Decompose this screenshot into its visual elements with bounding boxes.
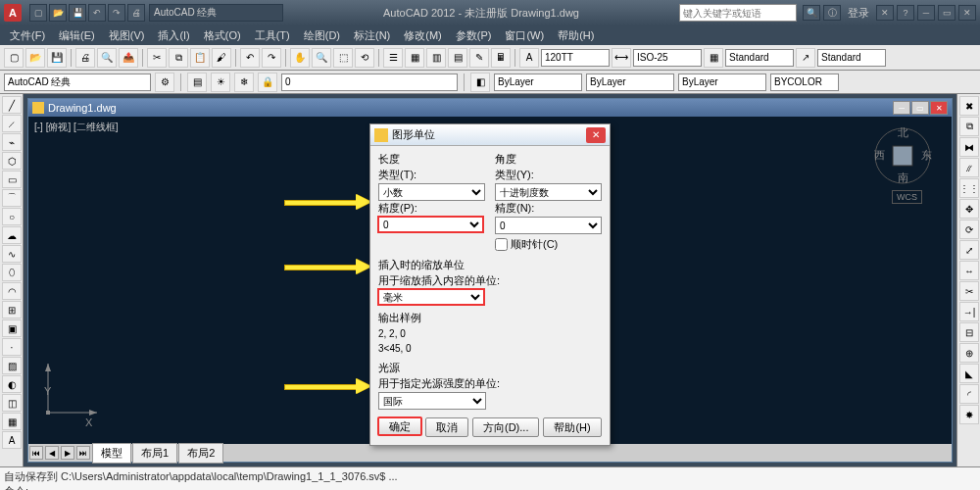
offset-icon[interactable]: ⫽	[959, 158, 979, 177]
search-icon[interactable]: 🔍	[803, 5, 820, 21]
block-icon[interactable]: ▣	[2, 319, 22, 337]
ws-settings-icon[interactable]: ⚙	[155, 73, 174, 92]
move-icon[interactable]: ✥	[959, 199, 979, 219]
save-icon[interactable]: 💾	[69, 4, 86, 22]
layer-states-icon[interactable]: ☀	[211, 73, 230, 92]
command-line[interactable]: 自动保存到 C:\Users\Administrator\appdata\loc…	[0, 466, 980, 490]
help-button[interactable]: 帮助(H)	[543, 417, 601, 437]
menu-window[interactable]: 窗口(W)	[499, 26, 550, 45]
dialog-close-button[interactable]: ✕	[586, 127, 606, 143]
dialog-titlebar[interactable]: 图形单位 ✕	[370, 124, 610, 146]
exchange-icon[interactable]: ✕	[876, 5, 894, 21]
menu-view[interactable]: 视图(V)	[103, 26, 151, 45]
menu-edit[interactable]: 编辑(E)	[53, 26, 101, 45]
redo-icon[interactable]: ↷	[108, 4, 125, 22]
ellipse-icon[interactable]: ⬯	[2, 264, 22, 281]
open-icon[interactable]: 📂	[49, 4, 67, 22]
viewport-label[interactable]: [-] [俯视] [二维线框]	[34, 121, 119, 134]
mleader-icon[interactable]: ↗	[796, 48, 815, 68]
rotate-icon[interactable]: ⟳	[959, 220, 979, 239]
tablestyle-combo[interactable]	[725, 49, 794, 67]
direction-button[interactable]: 方向(D)...	[472, 417, 539, 437]
spline-icon[interactable]: ∿	[2, 245, 22, 263]
menu-dimension[interactable]: 标注(N)	[348, 26, 396, 45]
tab-model[interactable]: 模型	[92, 443, 131, 464]
hatch-icon[interactable]: ▨	[2, 357, 22, 374]
preview-icon[interactable]: 🔍	[97, 48, 117, 68]
designcenter-icon[interactable]: ▦	[405, 48, 424, 68]
close-button[interactable]: ✕	[958, 5, 976, 21]
minimize-button[interactable]: ─	[917, 5, 935, 21]
layer-combo[interactable]	[281, 74, 458, 91]
workspace-combo[interactable]	[4, 74, 151, 91]
array-icon[interactable]: ⋮⋮	[959, 178, 979, 198]
light-unit-select[interactable]: 国际	[378, 392, 486, 410]
tab-layout2[interactable]: 布局2	[178, 443, 223, 464]
explode-icon[interactable]: ✸	[959, 405, 979, 424]
zoom-prev-icon[interactable]: ⟲	[355, 48, 374, 68]
menu-tools[interactable]: 工具(T)	[249, 26, 296, 45]
menu-insert[interactable]: 插入(I)	[152, 26, 195, 45]
ok-button[interactable]: 确定	[377, 416, 422, 436]
ellipsearc-icon[interactable]: ◠	[2, 282, 22, 300]
point-icon[interactable]: ·	[2, 338, 22, 356]
fillet-icon[interactable]: ◜	[959, 384, 979, 404]
erase-icon[interactable]: ✖	[959, 96, 979, 116]
textstyle-combo[interactable]	[541, 49, 610, 67]
linetype-combo[interactable]	[586, 74, 674, 91]
gradient-icon[interactable]: ◐	[2, 375, 22, 393]
dim-icon[interactable]: ⟷	[612, 48, 631, 68]
color-icon[interactable]: ◧	[470, 73, 490, 92]
length-type-select[interactable]: 小数	[378, 183, 485, 201]
paste-icon[interactable]: 📋	[190, 48, 210, 68]
new-icon[interactable]: ▢	[29, 4, 47, 22]
doc-close-button[interactable]: ✕	[930, 101, 948, 115]
length-precision-select[interactable]: 0	[377, 216, 484, 233]
print-icon[interactable]: 🖨	[127, 4, 145, 22]
doc-minimize-button[interactable]: ─	[893, 101, 910, 115]
text-icon[interactable]: A	[519, 48, 539, 68]
layer-freeze-icon[interactable]: ❄	[234, 73, 254, 92]
menu-file[interactable]: 文件(F)	[4, 26, 51, 45]
save-icon[interactable]: 💾	[47, 48, 67, 68]
tab-layout1[interactable]: 布局1	[132, 443, 177, 464]
mirror-icon[interactable]: ⧓	[959, 137, 979, 157]
plotstyle-combo[interactable]	[770, 74, 839, 91]
properties-icon[interactable]: ☰	[383, 48, 403, 68]
dimstyle-combo[interactable]	[633, 49, 702, 67]
publish-icon[interactable]: 📤	[119, 48, 138, 68]
view-cube[interactable]: 北 南 西 东	[873, 126, 932, 185]
menu-help[interactable]: 帮助(H)	[552, 26, 600, 45]
trim-icon[interactable]: ✂	[959, 281, 979, 301]
polygon-icon[interactable]: ⬡	[2, 152, 22, 170]
arc-icon[interactable]: ⌒	[2, 189, 22, 207]
menu-draw[interactable]: 绘图(D)	[298, 26, 346, 45]
tab-last-icon[interactable]: ⏭	[76, 446, 90, 460]
open-icon[interactable]: 📂	[25, 48, 45, 68]
menu-format[interactable]: 格式(O)	[198, 26, 247, 45]
xline-icon[interactable]: ⟋	[2, 115, 22, 132]
matchprop-icon[interactable]: 🖌	[212, 48, 231, 68]
chamfer-icon[interactable]: ◣	[959, 364, 979, 383]
document-titlebar[interactable]: Drawing1.dwg ─ ▭ ✕	[28, 99, 952, 117]
cancel-button[interactable]: 取消	[425, 417, 468, 437]
zoom-icon[interactable]: 🔍	[312, 48, 331, 68]
doc-maximize-button[interactable]: ▭	[911, 101, 929, 115]
maximize-button[interactable]: ▭	[938, 5, 956, 21]
layer-props-icon[interactable]: ▤	[187, 73, 207, 92]
extend-icon[interactable]: →|	[959, 302, 979, 321]
rectangle-icon[interactable]: ▭	[2, 171, 22, 188]
cut-icon[interactable]: ✂	[147, 48, 167, 68]
join-icon[interactable]: ⊕	[959, 343, 979, 363]
login-link[interactable]: 登录	[848, 6, 869, 21]
polyline-icon[interactable]: ⌁	[2, 133, 22, 151]
search-input[interactable]	[679, 4, 797, 22]
table-icon[interactable]: ▦	[2, 413, 22, 430]
copy-icon[interactable]: ⧉	[169, 48, 188, 68]
lineweight-combo[interactable]	[678, 74, 766, 91]
undo-icon[interactable]: ↶	[240, 48, 260, 68]
app-icon[interactable]: A	[4, 4, 22, 22]
markup-icon[interactable]: ✎	[469, 48, 489, 68]
scale-icon[interactable]: ⤢	[959, 240, 979, 260]
menu-modify[interactable]: 修改(M)	[398, 26, 448, 45]
